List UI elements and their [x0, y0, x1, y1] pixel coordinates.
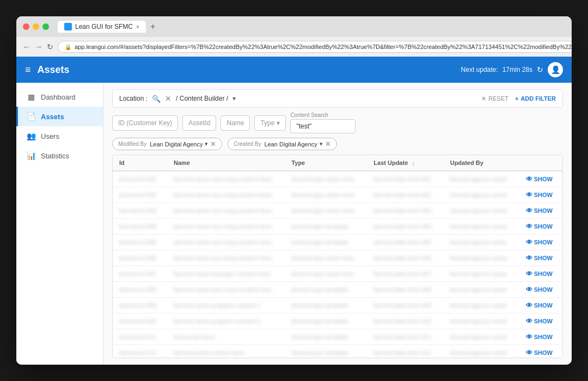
- main-area: ▦ Dashboard 📄 Assets 👥 Users 📊 Statistic…: [16, 83, 572, 365]
- show-cell[interactable]: 👁SHOW: [519, 219, 562, 235]
- show-cell[interactable]: 👁SHOW: [519, 250, 562, 266]
- url-text: app.leangui.com/#/assets?displayedFilter…: [75, 44, 572, 50]
- type-select[interactable]: Type ▾: [254, 115, 286, 131]
- table-row: blurred-id-010blurred-name-program-conte…: [113, 314, 562, 329]
- content-search-input[interactable]: "test": [290, 119, 356, 133]
- assets-table: Id Name Type Last Update ↓: [113, 155, 562, 358]
- show-cell[interactable]: 👁SHOW: [519, 282, 562, 298]
- show-cell[interactable]: 👁SHOW: [519, 266, 562, 282]
- content-area: Location : 🔍 ✕ / Content Builder / ▾ ✕ R…: [103, 83, 572, 365]
- show-button[interactable]: 👁SHOW: [526, 254, 556, 262]
- table-cell: blurred-id-003: [113, 203, 167, 219]
- table-cell: blurred-id-011: [113, 329, 167, 345]
- assets-table-container: Id Name Type Last Update ↓: [112, 155, 563, 358]
- asset-id-placeholder: AssetId: [188, 119, 210, 127]
- user-icon: 👤: [551, 65, 560, 74]
- show-button[interactable]: 👁SHOW: [526, 175, 556, 183]
- add-filter-button[interactable]: + ADD FILTER: [515, 95, 556, 102]
- browser-window: Lean GUI for SFMC × + ← → ↻ 🔒 app.leangu…: [16, 16, 572, 365]
- show-button[interactable]: 👁SHOW: [526, 349, 556, 357]
- address-bar[interactable]: 🔒 app.leangui.com/#/assets?displayedFilt…: [58, 41, 572, 53]
- close-traffic-light[interactable]: [23, 23, 29, 30]
- created-by-chip-label: Created By: [234, 141, 261, 147]
- table-cell: blurred-date-time-004: [367, 219, 443, 235]
- created-by-chip[interactable]: Created By Lean Digital Agency ▾ ✕: [228, 138, 336, 150]
- show-button[interactable]: 👁SHOW: [526, 302, 556, 309]
- add-filter-icon: +: [515, 95, 518, 102]
- table-cell: blurred-name-program-content-2: [167, 314, 285, 329]
- sort-icon: ↓: [412, 159, 415, 166]
- show-cell[interactable]: 👁SHOW: [519, 203, 562, 219]
- show-button[interactable]: 👁SHOW: [526, 207, 556, 214]
- show-cell[interactable]: 👁SHOW: [519, 235, 562, 250]
- customer-key-input[interactable]: ID (Customer Key): [112, 115, 178, 131]
- type-dropdown-icon: ▾: [277, 119, 280, 127]
- modified-by-chip-close[interactable]: ✕: [210, 140, 216, 148]
- table-cell: blurred-agency-name: [444, 203, 519, 219]
- col-header-last-update[interactable]: Last Update ↓: [367, 155, 443, 171]
- location-dropdown-btn[interactable]: ▾: [232, 95, 236, 102]
- eye-icon: 👁: [526, 191, 532, 199]
- asset-id-input[interactable]: AssetId: [182, 115, 216, 131]
- show-cell[interactable]: 👁SHOW: [519, 171, 562, 187]
- show-button[interactable]: 👁SHOW: [526, 333, 556, 341]
- show-label: SHOW: [534, 192, 553, 198]
- modified-by-dropdown-icon[interactable]: ▾: [205, 140, 208, 148]
- table-cell: blurred-date-time-011: [367, 329, 443, 345]
- refresh-button[interactable]: ↻: [47, 40, 53, 53]
- show-cell[interactable]: 👁SHOW: [519, 329, 562, 345]
- hamburger-button[interactable]: ≡: [25, 64, 31, 76]
- created-by-chip-close[interactable]: ✕: [325, 140, 331, 148]
- show-cell[interactable]: 👁SHOW: [519, 187, 562, 203]
- show-button[interactable]: 👁SHOW: [526, 286, 556, 293]
- show-button[interactable]: 👁SHOW: [526, 223, 556, 230]
- table-cell: blurred-date-time-009: [367, 298, 443, 314]
- location-clear-btn[interactable]: ✕: [165, 94, 171, 103]
- sidebar-item-users[interactable]: 👥 Users: [16, 126, 103, 146]
- eye-icon: 👁: [526, 238, 532, 246]
- table-row: blurred-id-006blurred-name-very-long-con…: [113, 250, 562, 266]
- reset-label: RESET: [488, 95, 509, 102]
- forward-button[interactable]: →: [35, 40, 42, 53]
- show-cell[interactable]: 👁SHOW: [519, 314, 562, 329]
- sidebar-item-statistics[interactable]: 📊 Statistics: [16, 146, 103, 165]
- show-button[interactable]: 👁SHOW: [526, 238, 556, 246]
- add-filter-label: ADD FILTER: [520, 95, 556, 102]
- back-button[interactable]: ←: [23, 40, 30, 53]
- tab-close-btn[interactable]: ×: [136, 24, 139, 30]
- sidebar-item-dashboard[interactable]: ▦ Dashboard: [16, 87, 103, 107]
- table-row: blurred-id-007blurred-name-manager-conte…: [113, 266, 562, 282]
- filter-bar: Location : 🔍 ✕ / Content Builder / ▾ ✕ R…: [112, 89, 563, 108]
- show-cell[interactable]: 👁SHOW: [519, 298, 562, 314]
- refresh-icon[interactable]: ↻: [537, 65, 543, 74]
- sidebar-label-dashboard: Dashboard: [41, 93, 76, 101]
- table-cell: blurred-date-time-001: [367, 171, 443, 187]
- modified-by-chip[interactable]: Modified By Lean Digital Agency ▾ ✕: [112, 138, 222, 150]
- table-cell: blurred-agency-name: [444, 345, 519, 359]
- table-cell: blurred-name-very-long-content-here: [167, 203, 285, 219]
- sidebar-item-assets[interactable]: 📄 Assets: [16, 107, 103, 126]
- table-row: blurred-id-009blurred-name-program-conte…: [113, 298, 562, 314]
- new-tab-btn[interactable]: +: [148, 22, 157, 32]
- user-avatar[interactable]: 👤: [548, 62, 563, 77]
- show-button[interactable]: 👁SHOW: [526, 191, 556, 199]
- browser-tab[interactable]: Lean GUI for SFMC ×: [58, 21, 146, 33]
- table-cell: blurred-agency-name: [444, 250, 519, 266]
- tab-title: Lean GUI for SFMC: [75, 23, 133, 30]
- table-cell: blurred-date-time-005: [367, 235, 443, 250]
- created-by-dropdown-icon[interactable]: ▾: [320, 140, 323, 148]
- show-button[interactable]: 👁SHOW: [526, 270, 556, 278]
- show-button[interactable]: 👁SHOW: [526, 317, 556, 325]
- location-label: Location :: [119, 95, 148, 102]
- show-label: SHOW: [534, 239, 553, 245]
- col-header-type: Type: [285, 155, 367, 171]
- name-input[interactable]: Name: [220, 115, 250, 131]
- show-cell[interactable]: 👁SHOW: [519, 345, 562, 359]
- table-cell: blurred-id-007: [113, 266, 167, 282]
- reset-button[interactable]: ✕ RESET: [481, 95, 509, 102]
- minimize-traffic-light[interactable]: [33, 23, 39, 30]
- maximize-traffic-light[interactable]: [42, 23, 49, 30]
- sidebar: ▦ Dashboard 📄 Assets 👥 Users 📊 Statistic…: [16, 83, 103, 365]
- location-search-icon[interactable]: 🔍: [152, 95, 161, 103]
- tab-favicon: [64, 23, 72, 30]
